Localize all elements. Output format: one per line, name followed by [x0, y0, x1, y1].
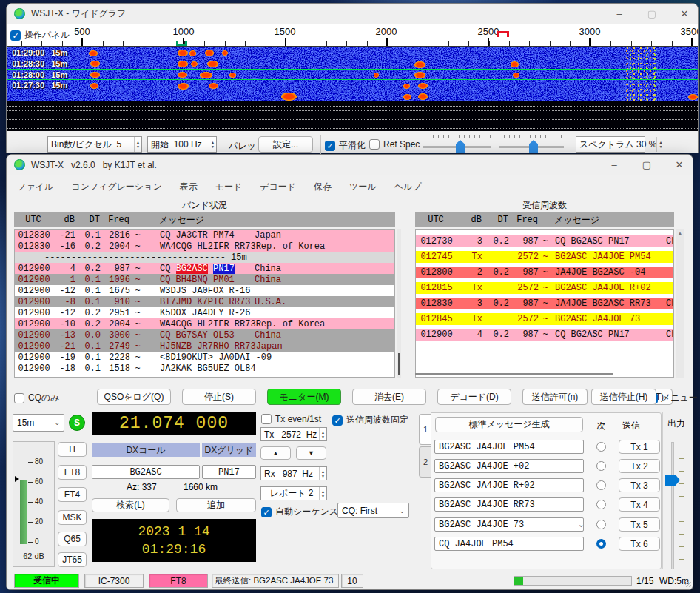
close-icon[interactable]: ✕	[679, 8, 690, 19]
decode-row[interactable]: 012900-210.12749~HJ5NZB JR7RHO RR73Japan	[15, 341, 394, 352]
cq-only-checkbox[interactable]: ✓CQのみ	[14, 392, 60, 404]
maximize-icon[interactable]: ▢	[646, 8, 658, 19]
wide-graph-titlebar[interactable]: WSJT-X - ワイドグラフ – ▢ ✕	[7, 4, 698, 24]
add-button[interactable]: 追加	[176, 498, 256, 512]
mode-button-ft8[interactable]: FT8	[58, 465, 87, 480]
stop-button[interactable]: 停止(S)	[182, 389, 256, 405]
controls-panel-checkbox[interactable]: ✓ 操作パネル	[10, 29, 70, 41]
tx4-next-radio[interactable]	[596, 500, 606, 509]
lookup-button[interactable]: 検索(L)	[92, 498, 169, 512]
close-icon[interactable]: ✕	[673, 159, 685, 170]
minimize-icon[interactable]: –	[608, 159, 620, 170]
tx5-next-radio[interactable]	[596, 520, 606, 529]
mode-button-h[interactable]: H	[58, 442, 87, 457]
frequency-scale[interactable]: ✓ 操作パネル 500 1000 1500 2000 2500 3000 350…	[7, 24, 698, 47]
decode-row[interactable]: 01283030.2987~JA4JOE BG2ASC RR73Ch	[416, 298, 673, 309]
rx-freq-spinner[interactable]: Rx 987 Hz▲▼	[260, 466, 327, 480]
freq-down-button[interactable]: ▼	[296, 446, 326, 460]
menu-view[interactable]: 表示	[180, 181, 198, 193]
band-activity-scrollbar[interactable]	[397, 229, 401, 378]
tx-even-checkbox[interactable]: ✓Tx even/1st	[261, 414, 321, 424]
tx5-message-combo[interactable]: BG2ASC JA4JOE 73⌄	[434, 517, 584, 532]
palette-settings-button[interactable]: 設定...	[258, 136, 313, 153]
decode-row[interactable]: 012900-190.12228~<8D19OKUT> JA0DAI -09	[15, 352, 394, 363]
bins-per-pixel-spinner[interactable]: Bin数/ピクセル 5▲▼	[47, 136, 142, 153]
spectrum-percent-spinner[interactable]: スペクトラム 30 %▲▼	[576, 136, 645, 153]
menu-decode[interactable]: デコード	[260, 181, 296, 193]
menu-tools[interactable]: ツール	[349, 181, 377, 193]
tx-row[interactable]: 012745Tx2572~BG2ASC JA4JOE PM54	[416, 251, 673, 263]
menu-configuration[interactable]: コンフィグレーション	[71, 181, 162, 193]
dx-grid-field[interactable]: PN17	[202, 465, 256, 479]
flatten-checkbox[interactable]: ✓平滑化	[325, 139, 366, 152]
monitor-button[interactable]: モニター(M)	[267, 389, 341, 405]
rx-frequency-scrollbar[interactable]: ▲	[676, 229, 684, 378]
band-select[interactable]: 15m⌄	[13, 414, 64, 432]
tx-row[interactable]: 012845Tx2572~BG2ASC JA4JOE 73	[416, 313, 673, 325]
decode-row[interactable]: 012900-80.1910~BI7JMD K7PTC RR73U.S.A.	[15, 296, 394, 307]
freq-up-button[interactable]: ▲	[260, 446, 291, 460]
rx-freq-marker[interactable]	[176, 41, 187, 46]
decode-row[interactable]: 01290010.11096~CQ BH4BNQ PM01China	[15, 274, 394, 285]
resize-grip[interactable]	[685, 581, 691, 587]
tx2-next-radio[interactable]	[596, 461, 606, 471]
tx-row[interactable]: 012815Tx2572~BG2ASC JA4JOE R+02	[416, 282, 673, 294]
tx6-button[interactable]: Tx 6	[619, 537, 660, 551]
main-titlebar[interactable]: WSJT-X v2.6.0 by K1JT et al. – ▢ ✕	[7, 155, 693, 175]
cq-first-select[interactable]: CQ: First⌄	[337, 503, 409, 518]
menu-mode[interactable]: モード	[215, 181, 243, 193]
decode-row[interactable]: 012900-130.03000~CQ BG7SAY OL53China	[15, 329, 394, 341]
tx-freq-spinner[interactable]: Tx 2572 Hz▲▼	[260, 427, 327, 441]
decode-row[interactable]: 012900-120.11675~W3DJS JA0FOX R-16	[15, 285, 394, 296]
decode-row[interactable]: 012830-160.22004~WA4CQG HL2IFR RR73Rep. …	[15, 241, 394, 252]
log-qso-button[interactable]: QSOをログ(Q)	[97, 389, 171, 405]
ref-spec-checkbox[interactable]: ✓Ref Spec	[369, 139, 420, 150]
zero-slider-handle[interactable]	[529, 140, 538, 153]
minimize-icon[interactable]: –	[613, 8, 625, 19]
generate-messages-button[interactable]: 標準メッセージ生成	[435, 417, 583, 432]
menu-file[interactable]: ファイル	[17, 181, 53, 193]
tx1-next-radio[interactable]	[596, 442, 606, 452]
tx1-button[interactable]: Tx 1	[619, 440, 660, 454]
decode-row-highlighted[interactable]: 01290040.2987~CQ BG2ASC PN17China	[15, 263, 394, 274]
s-meter-indicator[interactable]: S	[69, 415, 85, 431]
tx3-next-radio[interactable]	[596, 480, 606, 490]
decode-row[interactable]: 012900-180.11518~JA2KAK BG5UEZ OL84	[15, 363, 394, 374]
mode-button-jt65[interactable]: JT65	[58, 552, 87, 567]
waterfall[interactable]: 01:29:00 15m 01:28:30 15m 01:28:00 15m 0…	[7, 47, 698, 101]
decode-row[interactable]: 012900-100.22004~WA4CQG HL2IFR RR73Rep. …	[15, 318, 394, 329]
decode-row[interactable]: 01290040.2987~CQ BG2ASC PN17Ch	[416, 329, 673, 341]
erase-button[interactable]: 消去(E)	[352, 389, 426, 405]
hold-tx-freq-checkbox[interactable]: ✓送信周波数固定	[332, 414, 408, 426]
power-slider-handle[interactable]	[665, 475, 680, 486]
tx5-button[interactable]: Tx 5	[619, 517, 660, 532]
scroll-up-icon[interactable]: ▲	[677, 230, 683, 237]
menu-save[interactable]: 保存	[314, 181, 332, 193]
tx4-message-field[interactable]: BG2ASC JA4JOE RR73	[434, 497, 584, 512]
auto-seq-checkbox[interactable]: ✓自動シーケンス	[261, 506, 338, 518]
spectrum-plot[interactable]	[7, 101, 698, 131]
decode-button[interactable]: デコード(D)	[437, 389, 511, 405]
frequency-display[interactable]: 21.074 000	[92, 412, 256, 435]
menu-help[interactable]: ヘルプ	[394, 181, 422, 193]
tx4-button[interactable]: Tx 4	[619, 497, 660, 512]
tab-2[interactable]: 2	[419, 446, 431, 478]
tx3-message-field[interactable]: BG2ASC JA4JOE R+02	[434, 478, 584, 492]
decode-row[interactable]: 012900-120.22951~K5DOX JA4DEY R-26	[15, 307, 394, 318]
tx1-message-field[interactable]: BG2ASC JA4JOE PM54	[434, 440, 584, 454]
decode-row[interactable]: 01280020.2987~JA4JOE BG2ASC -04	[416, 267, 673, 278]
tx6-next-radio-selected[interactable]	[596, 539, 606, 549]
tx2-message-field[interactable]: BG2ASC JA4JOE +02	[434, 459, 584, 473]
enable-tx-button[interactable]: 送信許可(n)	[522, 389, 588, 405]
mode-button-msk[interactable]: MSK	[58, 510, 87, 525]
gain-slider-handle[interactable]	[456, 140, 465, 153]
tx6-message-field[interactable]: CQ JA4JOE PM54	[434, 537, 584, 551]
rx-frequency-hscrollbar[interactable]	[415, 373, 613, 375]
mode-button-ft4[interactable]: FT4	[58, 487, 87, 502]
halt-tx-button[interactable]: 送信停止(H)	[591, 389, 656, 405]
report-spinner[interactable]: レポート 2▲▼	[260, 486, 327, 500]
tx2-button[interactable]: Tx 2	[619, 459, 660, 473]
start-freq-spinner[interactable]: 開始 100 Hz▲▼	[147, 136, 217, 153]
power-slider[interactable]	[671, 442, 674, 569]
dx-call-field[interactable]: BG2ASC	[92, 465, 200, 479]
